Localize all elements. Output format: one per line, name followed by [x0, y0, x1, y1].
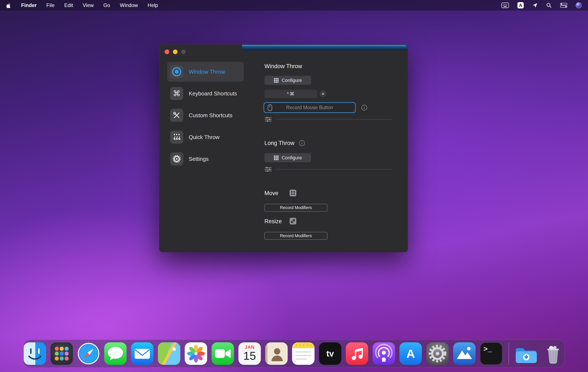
sidebar-item-window-throw[interactable]: Window Throw: [167, 62, 244, 82]
gear-icon: [170, 152, 183, 165]
record-modifiers-button-move[interactable]: Record Modifiers: [264, 204, 327, 212]
quick-throw-icon: [170, 131, 183, 144]
info-icon[interactable]: i: [361, 105, 367, 110]
sidebar: Window Throw ⌘ Keyboard Shortcuts Custom…: [167, 62, 244, 169]
menu-file[interactable]: File: [46, 2, 54, 8]
sidebar-label: Custom Shortcuts: [189, 112, 232, 119]
dock-launchpad[interactable]: [51, 342, 73, 365]
grid-icon: [274, 78, 279, 83]
desktop: Finder File Edit View Go Window Help A: [0, 0, 588, 372]
keyboard-icon[interactable]: [501, 2, 509, 9]
sidebar-label: Keyboard Shortcuts: [189, 90, 237, 97]
configure-label: Configure: [282, 155, 302, 161]
move-label: Move: [264, 190, 278, 197]
input-source-icon[interactable]: A: [517, 2, 524, 9]
command-key-icon: ⌘: [170, 87, 183, 100]
sliders-icon[interactable]: [265, 117, 272, 123]
dock-maps[interactable]: [158, 342, 180, 365]
dock-messages[interactable]: [104, 342, 126, 365]
divider: [276, 169, 391, 169]
dock: JAN 15 tv A >_: [23, 340, 565, 368]
close-icon: ×: [321, 91, 325, 97]
info-icon[interactable]: i: [299, 140, 305, 146]
dock-trash[interactable]: [542, 342, 564, 365]
sidebar-label: Settings: [189, 156, 209, 162]
shortcut-value: ^⌘: [287, 91, 295, 97]
record-mouse-placeholder: Record Mouse Button: [272, 105, 347, 110]
dock-window-app[interactable]: [453, 342, 476, 365]
app-store-logo: A: [399, 342, 422, 365]
configure-label: Configure: [282, 78, 302, 83]
terminal-prompt: >_: [483, 345, 492, 353]
mouse-icon: [268, 104, 272, 111]
siri-icon[interactable]: [576, 2, 582, 9]
dock-system-settings[interactable]: [426, 342, 449, 365]
dock-notes[interactable]: [292, 342, 315, 365]
section-title-long-throw: Long Throw i: [264, 140, 305, 146]
record-mouse-button-field[interactable]: Record Mouse Button: [263, 102, 356, 113]
app-window: Window Throw ⌘ Keyboard Shortcuts Custom…: [159, 44, 408, 252]
menu-bar: Finder File Edit View Go Window Help A: [0, 0, 588, 11]
move-grid-icon: [289, 189, 296, 197]
menu-help[interactable]: Help: [147, 2, 158, 8]
sidebar-label: Window Throw: [189, 69, 225, 75]
dock-downloads[interactable]: [515, 342, 537, 365]
dock-photos[interactable]: [185, 342, 207, 365]
menu-go[interactable]: Go: [103, 2, 110, 8]
dock-calendar[interactable]: JAN 15: [238, 342, 261, 365]
dock-music[interactable]: [346, 342, 368, 365]
clear-shortcut-button[interactable]: ×: [319, 90, 326, 97]
shortcut-field[interactable]: ^⌘: [264, 90, 317, 98]
record-circle-icon: [170, 65, 183, 78]
close-button[interactable]: [165, 50, 169, 54]
sidebar-label: Quick Throw: [189, 134, 219, 141]
dock-app-store[interactable]: A: [399, 342, 422, 365]
calendar-day: 15: [238, 349, 261, 362]
app-menu-title[interactable]: Finder: [21, 2, 37, 8]
menu-view[interactable]: View: [83, 2, 94, 8]
sidebar-item-custom-shortcuts[interactable]: Custom Shortcuts: [167, 105, 244, 125]
tv-logo: tv: [319, 342, 341, 365]
record-modifiers-button-resize[interactable]: Record Modifiers: [264, 232, 327, 240]
resize-diagonal-icon: [289, 218, 296, 225]
control-center-icon[interactable]: [560, 2, 567, 9]
traffic-lights: [165, 50, 186, 54]
minimize-button[interactable]: [173, 50, 178, 54]
dock-finder[interactable]: [24, 342, 46, 365]
dock-contacts[interactable]: [265, 342, 288, 365]
dock-facetime[interactable]: [211, 342, 234, 365]
apple-menu-icon[interactable]: [6, 2, 11, 9]
sidebar-item-settings[interactable]: Settings: [167, 149, 244, 169]
section-title-window-throw: Window Throw: [264, 63, 302, 70]
dock-mail[interactable]: [131, 342, 153, 365]
divider: [276, 119, 391, 120]
configure-button-window-throw[interactable]: Configure: [264, 76, 311, 85]
tools-icon: [170, 109, 183, 122]
sidebar-item-quick-throw[interactable]: Quick Throw: [167, 127, 244, 147]
dock-terminal[interactable]: >_: [480, 342, 502, 365]
grid-icon: [274, 155, 279, 160]
location-icon[interactable]: [532, 2, 538, 9]
zoom-button[interactable]: [181, 50, 186, 54]
spotlight-search-icon[interactable]: [546, 2, 552, 9]
sliders-icon[interactable]: [265, 167, 272, 173]
configure-button-long-throw[interactable]: Configure: [264, 153, 311, 162]
resize-label: Resize: [264, 218, 282, 225]
menu-window[interactable]: Window: [120, 2, 138, 8]
menu-edit[interactable]: Edit: [64, 2, 73, 8]
sidebar-item-keyboard-shortcuts[interactable]: ⌘ Keyboard Shortcuts: [167, 84, 244, 103]
titlebar-accent: [242, 45, 407, 50]
dock-safari[interactable]: [77, 342, 100, 365]
dock-podcasts[interactable]: [373, 342, 395, 365]
dock-tv[interactable]: tv: [319, 342, 341, 365]
dock-separator: [509, 343, 509, 365]
